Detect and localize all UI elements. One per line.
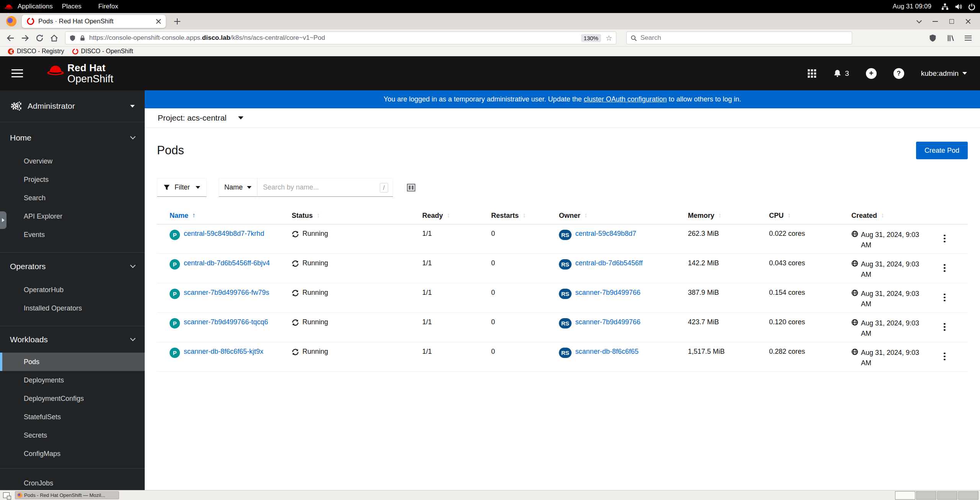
perspective-switcher[interactable]: Administrator — [0, 90, 145, 122]
column-header-created[interactable]: Created↕ — [839, 212, 921, 220]
lock-icon[interactable] — [79, 35, 86, 41]
back-icon[interactable] — [7, 34, 15, 42]
sidebar-item-secrets[interactable]: Secrets — [0, 426, 145, 444]
sidebar-item-projects[interactable]: Projects — [0, 170, 145, 189]
bookmark-disco-openshift[interactable]: DISCO - OpenShift — [72, 48, 133, 55]
column-header-ready[interactable]: Ready↕ — [410, 212, 479, 220]
firefox-icon[interactable] — [6, 16, 16, 26]
sort-icon[interactable]: ↕ — [787, 212, 791, 219]
sort-icon[interactable]: ↕ — [317, 212, 320, 219]
row-actions-kebab[interactable] — [939, 291, 950, 304]
network-icon[interactable] — [941, 3, 949, 10]
row-actions-kebab[interactable] — [939, 232, 950, 245]
minimize-icon[interactable] — [933, 21, 938, 22]
nav-section-operators[interactable]: Operators — [10, 261, 135, 272]
project-selector[interactable]: Project: acs-central — [145, 108, 980, 128]
bookmark-star-icon[interactable]: ☆ — [606, 34, 612, 42]
sort-icon[interactable]: ↕ — [718, 212, 722, 219]
sort-icon[interactable]: ↕ — [584, 212, 588, 219]
column-management-icon[interactable] — [407, 183, 415, 192]
home-icon[interactable] — [50, 34, 58, 42]
reload-icon[interactable] — [36, 34, 44, 42]
owner-link[interactable]: central-59c849b8d7 — [575, 230, 636, 238]
restore-icon[interactable] — [949, 19, 954, 24]
sidebar-item-operatorhub[interactable]: OperatorHub — [0, 281, 145, 299]
column-header-cpu[interactable]: CPU↕ — [756, 212, 839, 220]
owner-link[interactable]: scanner-7b9d499766 — [575, 289, 640, 297]
owner-link[interactable]: scanner-db-8f6c6f65 — [575, 348, 639, 356]
column-header-restarts[interactable]: Restarts↕ — [479, 212, 546, 220]
app-launcher-icon[interactable] — [808, 69, 816, 78]
taskbar-window-button[interactable]: Pods - Red Hat OpenShift — Mozil... — [15, 491, 119, 499]
close-window-icon[interactable] — [965, 19, 971, 24]
clock[interactable]: Aug 31 09:09 — [893, 3, 931, 10]
owner-link[interactable]: scanner-7b9d499766 — [575, 318, 640, 326]
tab-close-icon[interactable] — [156, 19, 161, 24]
new-tab-button[interactable] — [174, 18, 180, 25]
oauth-config-link[interactable]: cluster OAuth configuration — [584, 95, 667, 103]
workspace-4[interactable] — [958, 491, 978, 500]
row-actions-kebab[interactable] — [939, 350, 950, 363]
bookmark-disco-registry[interactable]: DISCO - Registry — [8, 48, 64, 55]
column-header-owner[interactable]: Owner↕ — [546, 212, 675, 220]
workspace-1[interactable] — [895, 491, 915, 500]
list-tabs-icon[interactable] — [916, 18, 922, 23]
sidebar-item-pods[interactable]: Pods — [0, 353, 145, 371]
pod-link[interactable]: central-db-7d6b5456ff-6bjv4 — [184, 259, 270, 267]
menu-firefox[interactable]: Firefox — [94, 3, 123, 10]
filter-dropdown[interactable]: Filter — [157, 178, 207, 197]
menu-applications[interactable]: Applications — [13, 3, 57, 10]
pod-link[interactable]: scanner-db-8f6c6f65-kjt9x — [184, 348, 263, 356]
zoom-level-badge[interactable]: 130% — [581, 34, 601, 42]
nav-toggle-icon[interactable] — [11, 67, 23, 80]
workspace-3[interactable] — [937, 491, 957, 500]
tracking-shield-icon[interactable] — [69, 35, 76, 41]
help-button[interactable]: ? — [893, 68, 904, 79]
column-header-status[interactable]: Status↕ — [279, 212, 410, 220]
name-search-input[interactable] — [258, 178, 393, 196]
notifications-button[interactable]: 3 — [833, 69, 849, 78]
brand-logo[interactable]: Red Hat OpenShift — [47, 63, 113, 84]
browser-search-bar[interactable] — [626, 31, 852, 44]
quick-create-button[interactable]: + — [866, 68, 877, 79]
workspace-2[interactable] — [916, 491, 936, 500]
column-header-name[interactable]: Name↑ — [157, 212, 279, 220]
sidebar-item-configmaps[interactable]: ConfigMaps — [0, 444, 145, 463]
owner-link[interactable]: central-db-7d6b5456ff — [575, 259, 643, 267]
sort-icon[interactable]: ↕ — [447, 212, 450, 219]
row-actions-kebab[interactable] — [939, 261, 950, 275]
screen-share-handle[interactable] — [0, 211, 7, 229]
row-actions-kebab[interactable] — [939, 320, 950, 333]
volume-icon[interactable] — [955, 3, 962, 10]
sidebar-item-search[interactable]: Search — [0, 189, 145, 207]
sidebar-item-deployments[interactable]: Deployments — [0, 371, 145, 389]
app-menu-icon[interactable] — [965, 36, 972, 41]
pod-link[interactable]: central-59c849b8d7-7krhd — [184, 230, 264, 238]
protections-shield-icon[interactable] — [929, 34, 937, 42]
menu-places[interactable]: Places — [57, 3, 86, 10]
sidebar-item-statefulsets[interactable]: StatefulSets — [0, 408, 145, 426]
forward-icon[interactable] — [21, 34, 29, 42]
sidebar-item-deploymentconfigs[interactable]: DeploymentConfigs — [0, 389, 145, 408]
power-icon[interactable] — [968, 3, 975, 10]
search-attribute-dropdown[interactable]: Name — [219, 178, 257, 197]
column-header-memory[interactable]: Memory↕ — [675, 212, 756, 220]
sidebar-item-overview[interactable]: Overview — [0, 152, 145, 170]
user-menu[interactable]: kube:admin — [921, 69, 967, 78]
url-bar[interactable]: https://console-openshift-console.apps.d… — [65, 31, 616, 44]
sidebar-item-events[interactable]: Events — [0, 225, 145, 244]
pod-link[interactable]: scanner-7b9d499766-fw79s — [184, 289, 269, 297]
sort-icon[interactable]: ↕ — [881, 212, 884, 219]
library-icon[interactable] — [947, 34, 955, 42]
sidebar-item-installed-operators[interactable]: Installed Operators — [0, 299, 145, 317]
window-list-icon[interactable] — [3, 492, 10, 498]
nav-section-home[interactable]: Home — [10, 132, 135, 144]
pod-link[interactable]: scanner-7b9d499766-tqcq6 — [184, 318, 268, 326]
browser-search-input[interactable] — [640, 34, 848, 42]
sidebar-item-cronjobs[interactable]: CronJobs — [0, 474, 145, 490]
browser-tab[interactable]: Pods · Red Hat OpenShift — [22, 15, 166, 28]
nav-section-workloads[interactable]: Workloads — [10, 334, 135, 345]
create-pod-button[interactable]: Create Pod — [916, 142, 968, 159]
sidebar-item-api-explorer[interactable]: API Explorer — [0, 207, 145, 225]
sort-icon[interactable]: ↕ — [523, 212, 526, 219]
